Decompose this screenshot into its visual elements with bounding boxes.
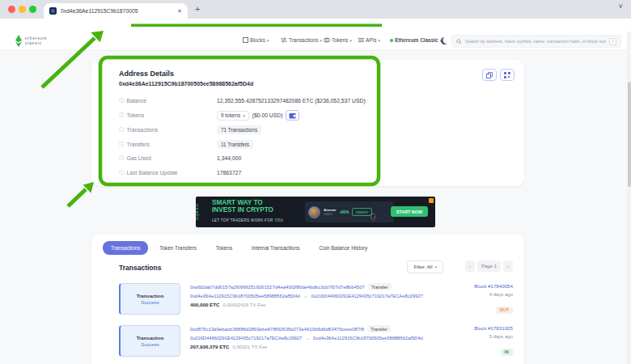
nav-tokens[interactable]: Tokens ▾ xyxy=(324,37,352,43)
transactions-count-badge[interactable]: 71 Transactions xyxy=(217,125,261,134)
tx-fee: 0.00021 TX Fee xyxy=(233,345,268,349)
transactions-section-title: Transactions xyxy=(119,264,161,272)
transfers-label: ⓘTransfers xyxy=(119,141,217,148)
tx-fee: 0.00002415 TX Fee xyxy=(222,303,265,307)
tx-status-type: Transaction xyxy=(137,294,164,298)
tab-token-transfers[interactable]: Token Transfers xyxy=(151,241,204,255)
nav-tokens-label: Tokens xyxy=(332,37,348,43)
nav-blocks[interactable]: Blocks ▾ xyxy=(243,37,269,43)
tab-coin-balance-history[interactable]: Coin Balance History xyxy=(311,241,375,255)
tab-internal-transactions[interactable]: Internal Transactions xyxy=(244,241,307,255)
network-selector[interactable]: Ethereum Classic ▾ xyxy=(390,37,442,43)
info-icon: ⓘ xyxy=(119,97,125,104)
tx-status-result: Success xyxy=(141,342,159,347)
copy-icon xyxy=(486,72,493,78)
nav-apis[interactable]: APIs ▾ xyxy=(358,37,380,43)
qr-code-button[interactable] xyxy=(500,69,515,81)
ad-banner[interactable]: zignaly SMART WAY TO INVEST IN CRYPTO LE… xyxy=(196,197,435,227)
tx-from-link[interactable]: 0x216D44960291E4129435c719217a7ECAe8c299… xyxy=(190,336,302,341)
ad-invest-button[interactable]: INVEST xyxy=(352,208,372,216)
etc-logo[interactable]: ethereum classic xyxy=(15,35,47,47)
balance-label: ⓘBalance xyxy=(119,97,217,104)
copy-address-button[interactable] xyxy=(482,69,497,81)
tx-hash-link[interactable]: 0xd876c13a9ebacb36886d2893ebe678f92635d2… xyxy=(190,327,364,332)
etc-diamond-icon xyxy=(15,35,23,47)
logo-line1: ethereum xyxy=(25,36,47,41)
info-icon: ⓘ xyxy=(119,126,125,133)
ad-brand: zignaly xyxy=(196,203,199,220)
ad-trader-stat: +80% xyxy=(339,210,349,214)
info-icon: ⓘ xyxy=(119,112,125,119)
tab-close-icon[interactable]: ✕ xyxy=(177,8,182,15)
tx-to-link[interactable]: 0xd4e36Ae112915C9b18700505ee58988562af5D… xyxy=(313,336,423,341)
tx-age: 4 days ago xyxy=(432,292,513,297)
tx-hash-link[interactable]: 0xa92dab7dd6157a2f06692519261527d4ea40f2… xyxy=(190,285,365,290)
info-icon: ⓘ xyxy=(119,141,125,148)
blocks-cube-icon xyxy=(243,37,248,43)
caret-down-icon: ▾ xyxy=(243,113,245,118)
caret-down-icon: ▾ xyxy=(267,38,269,43)
traffic-minimize-button[interactable] xyxy=(19,6,26,13)
site-search-box[interactable]: Search by address, token symbol, name, t… xyxy=(451,35,621,48)
tx-details: 0xd876c13a9ebacb36886d2893ebe678f92635d2… xyxy=(190,325,433,353)
wallet-icon xyxy=(289,112,296,119)
tabs-row: Transactions Token Transfers Tokens Inte… xyxy=(103,241,375,255)
page-scrollbar-thumb[interactable] xyxy=(628,82,631,187)
tx-status-box: Transaction Success xyxy=(119,283,180,315)
tx-block-link[interactable]: Block #17831925 xyxy=(432,325,513,331)
tab-transactions[interactable]: Transactions xyxy=(103,241,148,255)
filter-button[interactable]: Filter: All ▾ xyxy=(407,260,443,273)
transactions-arrows-icon xyxy=(281,37,287,43)
transactions-label: ⓘTransactions xyxy=(119,126,217,133)
ad-trader-card: Ainewe USDT +80% INVEST xyxy=(305,201,394,222)
transfers-count-badge[interactable]: 11 Transfers xyxy=(217,140,253,149)
tx-status-result: Success xyxy=(141,300,159,305)
next-page-button[interactable]: › xyxy=(503,260,513,272)
to-arrow-icon: → xyxy=(305,336,310,341)
tx-meta: Block #17840054 4 days ago OUT xyxy=(432,283,513,315)
transaction-row: Transaction Success 0xd876c13a9ebacb3688… xyxy=(103,324,513,359)
ad-trader-avatar xyxy=(308,206,320,218)
logo-line2: classic xyxy=(25,41,47,46)
ad-trader-token: USDT xyxy=(324,212,336,216)
ad-start-now-button[interactable]: START NOW xyxy=(391,206,428,217)
browser-tab[interactable]: 0xd4e36Ae112915C9b1870005 ✕ xyxy=(44,3,188,19)
tx-type-badge: Transfer xyxy=(368,283,392,290)
ad-choices-icon[interactable] xyxy=(429,198,434,203)
address-hash: 0xd4e36Ae112915C9b18700505ee58988562af5D… xyxy=(119,81,253,87)
screenshot-frame: 0xd4e36Ae112915C9b1870005 ✕ + ∨ ← → ↻ ⌂ … xyxy=(0,0,631,364)
traffic-zoom-button[interactable] xyxy=(29,6,36,13)
gas-used-value: 1,344,000 xyxy=(217,155,241,161)
gas-used-row: ⓘGas Used 1,344,000 xyxy=(119,154,241,162)
caret-down-icon: ▾ xyxy=(379,38,381,43)
transfers-row: ⓘTransfers 11 Transfers xyxy=(119,140,253,149)
tx-block-link[interactable]: Block #17840054 xyxy=(432,283,513,289)
dark-mode-toggle-icon[interactable] xyxy=(441,37,448,44)
tx-amount: 400,000 ETC xyxy=(190,302,219,307)
tx-to-link[interactable]: 0x216D44960291E4129435c719217a7ECAe8c299… xyxy=(311,294,422,298)
tokens-usd-value: ($0.00 USD) xyxy=(252,112,283,118)
ad-subline: LET TOP TRADERS WORK FOR YOU xyxy=(212,218,283,222)
search-icon xyxy=(456,39,462,44)
tokens-label: ⓘTokens xyxy=(119,112,217,119)
wallet-button[interactable] xyxy=(286,110,299,121)
window-chevron-icon[interactable]: ∨ xyxy=(618,2,623,10)
tx-from-link[interactable]: 0xd4e36Ae112915C9b18700505ee58988562af5D… xyxy=(190,294,300,298)
search-placeholder: Search by address, token symbol, name, t… xyxy=(465,39,606,44)
caret-down-icon: ▾ xyxy=(320,38,322,43)
page-scrollbar-track[interactable] xyxy=(627,32,631,364)
tx-status-type: Transaction xyxy=(137,336,164,341)
tokens-dropdown[interactable]: 9 tokens▾ xyxy=(217,111,249,121)
nav-apis-label: APIs xyxy=(366,37,377,43)
nav-transactions[interactable]: Transactions ▾ xyxy=(281,37,322,43)
search-shortcut-badge: / xyxy=(609,38,616,45)
network-status-dot xyxy=(390,39,393,42)
traffic-close-button[interactable] xyxy=(8,6,15,13)
site-favicon xyxy=(49,7,57,15)
tab-tokens[interactable]: Tokens xyxy=(208,241,240,255)
new-tab-button[interactable]: + xyxy=(195,4,200,14)
prev-page-button[interactable]: ‹ xyxy=(465,260,475,272)
card-action-buttons xyxy=(482,69,515,81)
last-balance-update-value: 17863727 xyxy=(217,170,241,176)
nav-transactions-label: Transactions xyxy=(289,37,318,43)
